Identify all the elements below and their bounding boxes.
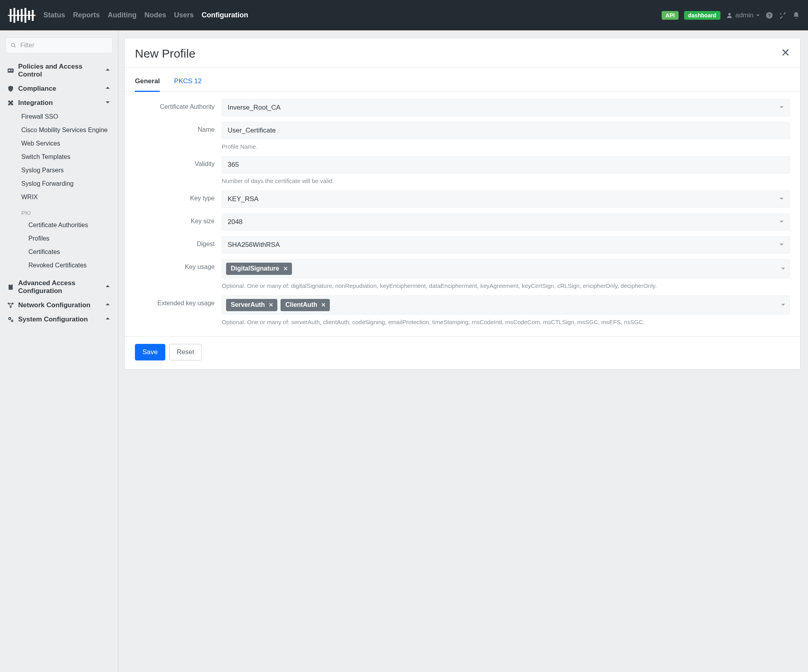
gears-icon bbox=[7, 316, 18, 323]
sidebar-item-certificate-authorities[interactable]: Certificate Authorities bbox=[6, 218, 112, 232]
svg-rect-4 bbox=[9, 70, 10, 71]
sidebar-item-cisco-mse[interactable]: Cisco Mobility Services Engine bbox=[6, 123, 112, 137]
svg-rect-5 bbox=[11, 70, 13, 70]
sidebar-label: Integration bbox=[18, 99, 105, 107]
svg-rect-6 bbox=[11, 71, 13, 71]
nav-configuration[interactable]: Configuration bbox=[202, 11, 248, 19]
help-validity: Number of days the certificate will be v… bbox=[222, 177, 790, 185]
nav-reports[interactable]: Reports bbox=[73, 11, 100, 19]
sidebar-item-system[interactable]: System Configuration bbox=[6, 312, 112, 327]
sidebar-item-certificates[interactable]: Certificates bbox=[6, 245, 112, 259]
sidebar-item-firewall-sso[interactable]: Firewall SSO bbox=[6, 110, 112, 123]
tag-label: ClientAuth bbox=[285, 301, 317, 308]
reset-button[interactable]: Reset bbox=[169, 344, 202, 360]
bell-icon[interactable] bbox=[792, 11, 800, 19]
card-header: New Profile bbox=[125, 38, 800, 67]
sidebar-item-profiles[interactable]: Profiles bbox=[6, 232, 112, 245]
sidebar-item-web-services[interactable]: Web Services bbox=[6, 137, 112, 150]
clipboard-icon bbox=[7, 284, 18, 291]
filter-input[interactable] bbox=[20, 42, 107, 49]
label-name: Name bbox=[135, 122, 222, 133]
caret-down-icon bbox=[756, 13, 760, 17]
nav-nodes[interactable]: Nodes bbox=[144, 11, 166, 19]
sidebar-label: System Configuration bbox=[18, 315, 105, 323]
sidebar: Policies and Access Control Compliance I… bbox=[0, 30, 118, 672]
user-menu[interactable]: admin bbox=[726, 11, 760, 19]
tag-remove-icon[interactable]: ✕ bbox=[269, 302, 273, 308]
sidebar-item-switch-templates[interactable]: Switch Templates bbox=[6, 150, 112, 164]
nav-status[interactable]: Status bbox=[43, 11, 65, 19]
label-keysize: Key size bbox=[135, 213, 222, 225]
card-footer: Save Reset bbox=[125, 336, 800, 369]
sidebar-item-compliance[interactable]: Compliance bbox=[6, 82, 112, 96]
label-validity: Validity bbox=[135, 156, 222, 168]
dashboard-badge[interactable]: dashboard bbox=[684, 11, 720, 20]
tag-clientauth: ClientAuth ✕ bbox=[281, 299, 330, 311]
input-validity-wrapper[interactable] bbox=[222, 156, 790, 174]
app-header: Status Reports Auditing Nodes Users Conf… bbox=[0, 0, 808, 30]
sidebar-item-integration[interactable]: Integration bbox=[6, 96, 112, 110]
tag-remove-icon[interactable]: ✕ bbox=[321, 302, 326, 308]
select-keytype[interactable]: KEY_RSA bbox=[222, 190, 790, 208]
label-ca: Certificate Authority bbox=[135, 99, 222, 110]
caret-down-icon bbox=[781, 265, 786, 273]
caret-down-icon bbox=[779, 195, 784, 203]
page-title: New Profile bbox=[135, 47, 195, 60]
svg-point-0 bbox=[728, 13, 731, 15]
search-icon bbox=[11, 42, 16, 49]
select-keysize-value: 2048 bbox=[228, 218, 243, 226]
filter-input-wrapper[interactable] bbox=[6, 37, 112, 53]
sidebar-group-pki: PKI bbox=[6, 204, 112, 218]
svg-point-13 bbox=[9, 318, 10, 319]
tag-remove-icon[interactable]: ✕ bbox=[283, 265, 288, 272]
sidebar-item-advanced[interactable]: Advanced Access Configuration bbox=[6, 276, 112, 298]
tools-icon[interactable] bbox=[779, 11, 787, 19]
caret-down-icon bbox=[779, 218, 784, 226]
multiselect-extkeyusage[interactable]: ServerAuth ✕ ClientAuth ✕ bbox=[222, 295, 790, 315]
input-validity[interactable] bbox=[228, 161, 784, 169]
label-digest: Digest bbox=[135, 236, 222, 248]
svg-rect-7 bbox=[9, 284, 13, 290]
tag-label: ServerAuth bbox=[231, 301, 265, 308]
user-icon bbox=[726, 12, 733, 19]
sidebar-item-syslog-forwarding[interactable]: Syslog Forwarding bbox=[6, 177, 112, 190]
multiselect-keyusage[interactable]: DigitalSignature ✕ bbox=[222, 259, 790, 278]
help-extkeyusage: Optional. One or many of: serverAuth, cl… bbox=[222, 318, 790, 326]
id-card-icon bbox=[7, 67, 18, 74]
help-name: Profile Name. bbox=[222, 142, 790, 151]
nav-users[interactable]: Users bbox=[174, 11, 194, 19]
input-name-wrapper[interactable] bbox=[222, 122, 790, 139]
select-ca[interactable]: Inverse_Root_CA bbox=[222, 99, 790, 116]
chevron-up-icon bbox=[105, 315, 111, 323]
sidebar-item-wrix[interactable]: WRIX bbox=[6, 190, 112, 204]
user-label: admin bbox=[735, 11, 754, 19]
header-right: API dashboard admin ? bbox=[662, 11, 800, 20]
sidebar-label: Advanced Access Configuration bbox=[18, 279, 105, 295]
help-icon[interactable]: ? bbox=[765, 11, 773, 19]
sidebar-label: Compliance bbox=[18, 85, 105, 93]
close-icon[interactable] bbox=[781, 48, 790, 59]
nav-auditing[interactable]: Auditing bbox=[108, 11, 137, 19]
profile-card: New Profile General PKCS 12 Certificate … bbox=[125, 38, 800, 369]
chevron-up-icon bbox=[105, 67, 111, 75]
logo bbox=[8, 7, 36, 24]
puzzle-icon bbox=[7, 99, 18, 106]
select-digest[interactable]: SHA256WithRSA bbox=[222, 236, 790, 254]
chevron-down-icon bbox=[105, 99, 111, 107]
sidebar-item-syslog-parsers[interactable]: Syslog Parsers bbox=[6, 164, 112, 177]
svg-rect-8 bbox=[10, 284, 12, 285]
select-keysize[interactable]: 2048 bbox=[222, 213, 790, 231]
input-name[interactable] bbox=[228, 127, 784, 134]
label-extkeyusage: Extended key usage bbox=[135, 295, 222, 307]
sidebar-item-revoked-certificates[interactable]: Revoked Certificates bbox=[6, 259, 112, 272]
label-keyusage: Key usage bbox=[135, 259, 222, 271]
save-button[interactable]: Save bbox=[135, 344, 165, 360]
sidebar-item-network[interactable]: Network Configuration bbox=[6, 298, 112, 312]
caret-down-icon bbox=[779, 104, 784, 112]
api-badge[interactable]: API bbox=[662, 11, 679, 20]
tag-digitalsignature: DigitalSignature ✕ bbox=[226, 263, 292, 275]
tab-pkcs12[interactable]: PKCS 12 bbox=[174, 72, 202, 91]
select-keytype-value: KEY_RSA bbox=[228, 195, 258, 203]
sidebar-item-policies[interactable]: Policies and Access Control bbox=[6, 60, 112, 82]
tab-general[interactable]: General bbox=[135, 72, 160, 91]
